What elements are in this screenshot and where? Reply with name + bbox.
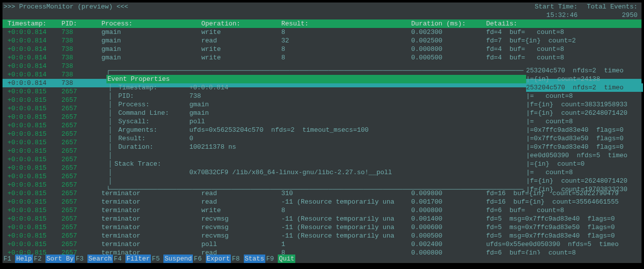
col-operation[interactable]: Operation: bbox=[201, 19, 281, 28]
detail-fragment: |={in} count=0 bbox=[526, 160, 643, 168]
col-timestamp[interactable]: Timestamp: bbox=[2, 19, 61, 28]
title-bar: >>> ProcessMonitor (preview) <<< Start T… bbox=[2, 2, 642, 11]
popup-field: │ Result:0 bbox=[106, 134, 526, 143]
fkey-label-export[interactable]: Export bbox=[206, 255, 231, 263]
detail-fragment: |=0x7ffc9ad83e40 flags=0 bbox=[526, 143, 643, 151]
fkey-label-sort-by[interactable]: Sort By bbox=[45, 255, 75, 263]
fkey-f4: F4 bbox=[113, 255, 125, 263]
terminal-window: >>> ProcessMonitor (preview) <<< Start T… bbox=[2, 2, 642, 263]
fkey-label-filter[interactable]: Filter bbox=[125, 255, 151, 263]
popup-stack-label: │Stack Trace: bbox=[106, 160, 526, 168]
popup-field: │ Syscall:poll bbox=[106, 117, 526, 126]
fkey-f9: F9 bbox=[265, 255, 278, 263]
start-time-value: 15:32:46 bbox=[507, 11, 582, 19]
total-events-label: Total Events: bbox=[582, 2, 642, 11]
col-result[interactable]: Result: bbox=[281, 19, 411, 28]
popup-field: │ Command Line:gmain bbox=[106, 109, 526, 117]
fkey-f1: F1 bbox=[2, 255, 15, 263]
app-title: >>> ProcessMonitor (preview) <<< bbox=[2, 2, 128, 11]
popup-stack-line: │0x70B32CF9 /lib/x86_64-linux-gnu/libc-2… bbox=[106, 168, 526, 177]
popup-border-top: ┌───────────────────────────────────────… bbox=[106, 66, 526, 75]
fkey-f2: F2 bbox=[33, 255, 45, 263]
table-row[interactable]: +0:0:0.814738gmainwrite80.002300fd=4 buf… bbox=[2, 28, 642, 36]
fkey-f3: F3 bbox=[75, 255, 87, 263]
table-row[interactable]: +0:0:0.8152657terminatorrecvmsg-11 (Reso… bbox=[2, 223, 642, 232]
table-row[interactable]: +0:0:0.8152657terminatorrecvmsg-11 (Reso… bbox=[2, 232, 642, 240]
event-properties-popup: ┌───────────────────────────────────────… bbox=[106, 66, 526, 194]
start-time-label: Start Time: bbox=[507, 2, 582, 11]
fkey-label-stats[interactable]: Stats bbox=[244, 255, 265, 263]
popup-title: Event Properties bbox=[106, 75, 526, 83]
detail-fragment: 253204c570 nfds=2 timeo bbox=[526, 83, 643, 92]
detail-fragment: |={in} count=24138 bbox=[526, 75, 643, 83]
total-events-value: 2950 bbox=[582, 11, 642, 19]
detail-fragment: |= count=8 bbox=[526, 92, 643, 100]
table-row[interactable]: +0:0:0.814738gmainwrite80.000800fd=4 buf… bbox=[2, 45, 642, 53]
table-row[interactable]: +0:0:0.8152657terminatorread-11 (Resourc… bbox=[2, 198, 642, 206]
detail-fragment: |= count=8 bbox=[526, 117, 643, 126]
column-headers[interactable]: Timestamp: PID: Process: Operation: Resu… bbox=[2, 19, 642, 28]
popup-field: │ Timestamp:+0:0:0.814 bbox=[106, 83, 526, 92]
table-row[interactable]: +0:0:0.814738gmainwrite80.000500fd=4 buf… bbox=[2, 53, 642, 62]
title-bar-values: 15:32:46 2950 bbox=[2, 11, 642, 19]
col-duration[interactable]: Duration (ms): bbox=[411, 19, 486, 28]
col-details[interactable]: Details: bbox=[486, 19, 642, 28]
popup-field: │ Arguments:ufds=0x56253204c570 nfds=2 t… bbox=[106, 126, 526, 134]
popup-blank: │ bbox=[106, 151, 526, 160]
detail-fragment: |f={in} count=26248071420 bbox=[526, 177, 643, 185]
fkey-f6: F6 bbox=[193, 255, 205, 263]
col-process[interactable]: Process: bbox=[101, 19, 201, 28]
detail-fragment: |ee0d050390 nfds=5 timeo bbox=[526, 151, 643, 160]
detail-fragment: |f={in} count=38331958933 bbox=[526, 100, 643, 109]
popup-field: │ Process:gmain bbox=[106, 100, 526, 109]
fkey-f8: F8 bbox=[231, 255, 243, 263]
detail-fragment: |f={in} count=26248071420 bbox=[526, 109, 643, 117]
table-row[interactable]: +0:0:0.814738gmainread320.002500fd=7 buf… bbox=[2, 36, 642, 45]
popup-blank2: │ bbox=[106, 177, 526, 185]
detail-fragment: |=0x7ffc9ad83e50 flags=0 bbox=[526, 134, 643, 143]
details-right-fragments: 253204c570 nfds=2 timeo|={in} count=2413… bbox=[526, 66, 643, 194]
fkey-label-suspend[interactable]: Suspend bbox=[163, 255, 193, 263]
popup-field: │ Duration:100211378 ns bbox=[106, 143, 526, 151]
table-row[interactable]: +0:0:0.8152657terminatorwrite80.000800fd… bbox=[2, 206, 642, 215]
detail-fragment: |= count=8 bbox=[526, 168, 643, 177]
table-row[interactable]: +0:0:0.8152657terminatorpoll10.002400ufd… bbox=[2, 240, 642, 249]
fkey-label-quit[interactable]: Quit bbox=[278, 255, 295, 263]
col-pid[interactable]: PID: bbox=[61, 19, 101, 28]
detail-fragment: |=0x7ffc9ad83e40 flags=0 bbox=[526, 126, 643, 134]
detail-fragment: |f={in} count=19703833230 bbox=[526, 185, 643, 194]
detail-fragment: 253204c570 nfds=2 timeo bbox=[526, 66, 643, 75]
fkey-label-help[interactable]: Help bbox=[15, 255, 32, 263]
table-row[interactable]: +0:0:0.8152657terminatorrecvmsg-11 (Reso… bbox=[2, 215, 642, 223]
function-key-bar[interactable]: F1 HelpF2 Sort ByF3 SearchF4 FilterF5 Su… bbox=[2, 255, 642, 263]
fkey-label-search[interactable]: Search bbox=[87, 255, 113, 263]
fkey-f5: F5 bbox=[151, 255, 163, 263]
popup-field: │ PID:738 bbox=[106, 92, 526, 100]
popup-border-bot: └───────────────────────────────────────… bbox=[106, 185, 526, 194]
